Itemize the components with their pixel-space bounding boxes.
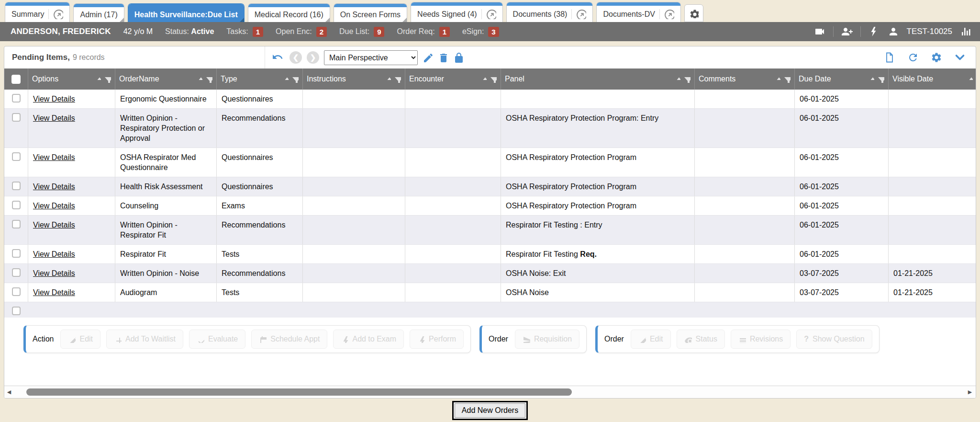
counter-open-enc[interactable]: Open Enc:2 bbox=[276, 27, 327, 37]
view-details-link[interactable]: View Details bbox=[33, 182, 75, 191]
view-details-link[interactable]: View Details bbox=[33, 288, 75, 297]
sort-icon[interactable] bbox=[479, 76, 487, 83]
open-in-new-icon[interactable] bbox=[481, 9, 496, 19]
refresh-icon[interactable] bbox=[907, 52, 919, 64]
scroll-right-arrow[interactable]: ▶ bbox=[965, 389, 975, 395]
select-all-checkbox[interactable] bbox=[4, 68, 28, 90]
new-document-icon[interactable] bbox=[884, 52, 896, 64]
delete-perspective-button[interactable] bbox=[438, 52, 448, 63]
prev-perspective-button[interactable]: ❮ bbox=[290, 51, 302, 64]
add-person-icon[interactable] bbox=[841, 26, 853, 37]
row-checkbox[interactable] bbox=[12, 152, 21, 161]
sort-icon[interactable] bbox=[281, 76, 289, 83]
view-details-link[interactable]: View Details bbox=[33, 202, 75, 210]
perspective-select[interactable]: Main Perspective bbox=[324, 50, 418, 65]
view-details-link[interactable]: View Details bbox=[33, 114, 75, 122]
sort-icon[interactable] bbox=[867, 76, 874, 83]
row-checkbox[interactable] bbox=[12, 182, 21, 190]
requisition-button[interactable]: Requisition bbox=[515, 330, 579, 349]
sort-icon[interactable] bbox=[966, 76, 973, 83]
add-new-orders-label[interactable]: Add New Orders bbox=[455, 403, 525, 418]
due-list-badge[interactable]: 9 bbox=[374, 27, 384, 37]
collapse-chevron-icon[interactable] bbox=[954, 52, 966, 64]
filter-icon[interactable] bbox=[877, 75, 884, 83]
counter-order-req[interactable]: Order Req:1 bbox=[397, 27, 449, 37]
col-header-panel[interactable]: Panel bbox=[501, 68, 695, 90]
open-in-new-icon[interactable] bbox=[571, 9, 586, 19]
row-checkbox[interactable] bbox=[12, 220, 21, 228]
tab-health-surveillance-due-list[interactable]: Health Surveillance:Due List bbox=[128, 3, 245, 22]
row-checkbox[interactable] bbox=[12, 201, 21, 209]
view-details-link[interactable]: View Details bbox=[33, 153, 75, 161]
open-enc-badge[interactable]: 2 bbox=[316, 27, 327, 37]
filter-icon[interactable] bbox=[393, 75, 401, 83]
row-checkbox[interactable] bbox=[12, 287, 21, 296]
sort-icon[interactable] bbox=[94, 76, 101, 83]
revisions-button[interactable]: Revisions bbox=[731, 330, 791, 349]
open-in-new-icon[interactable] bbox=[48, 9, 63, 19]
filter-icon[interactable] bbox=[489, 75, 497, 83]
tab-settings-button[interactable] bbox=[684, 4, 703, 22]
filter-icon[interactable] bbox=[205, 75, 212, 83]
counter-esign[interactable]: eSign:3 bbox=[462, 27, 499, 37]
add-to-exam-button[interactable]: Add to Exam bbox=[333, 330, 404, 349]
schedule-appt-button[interactable]: Schedule Appt bbox=[251, 330, 327, 349]
status-button[interactable]: Status bbox=[677, 330, 725, 349]
person-icon[interactable] bbox=[888, 26, 899, 37]
col-header-visible-date[interactable]: Visible Date bbox=[889, 68, 976, 90]
row-checkbox[interactable] bbox=[12, 94, 21, 103]
filter-icon[interactable] bbox=[103, 75, 111, 83]
reset-button[interactable] bbox=[272, 51, 285, 64]
col-header-due-date[interactable]: Due Date bbox=[795, 68, 889, 90]
show-question-button[interactable]: ?Show Question bbox=[796, 330, 872, 349]
tab-medical-record[interactable]: Medical Record (16) bbox=[248, 3, 330, 22]
col-header-comments[interactable]: Comments bbox=[695, 68, 795, 90]
row-checkbox[interactable] bbox=[12, 113, 21, 122]
bar-chart-icon[interactable] bbox=[960, 26, 971, 37]
video-camera-icon[interactable] bbox=[814, 26, 825, 37]
next-perspective-button[interactable]: ❯ bbox=[307, 51, 319, 64]
tab-admin[interactable]: Admin (17) bbox=[73, 3, 124, 22]
tab-documents-dv[interactable]: Documents-DV bbox=[596, 2, 680, 22]
add-to-waitlist-button[interactable]: Add To Waitlist bbox=[106, 330, 183, 349]
view-details-link[interactable]: View Details bbox=[33, 269, 75, 277]
filter-icon[interactable] bbox=[683, 75, 690, 83]
row-checkbox[interactable] bbox=[12, 268, 21, 277]
sort-icon[interactable] bbox=[195, 76, 202, 83]
view-details-link[interactable]: View Details bbox=[33, 250, 75, 258]
scrollbar-thumb[interactable] bbox=[26, 388, 572, 396]
counter-due-list[interactable]: Due List:9 bbox=[339, 27, 384, 37]
order-edit-button[interactable]: Edit bbox=[631, 330, 671, 349]
view-details-link[interactable]: View Details bbox=[33, 221, 75, 229]
tab-summary[interactable]: Summary bbox=[5, 2, 70, 22]
col-header-type[interactable]: Type bbox=[217, 68, 303, 90]
sort-icon[interactable] bbox=[773, 76, 780, 83]
settings-gear-icon[interactable] bbox=[931, 52, 943, 64]
lightning-icon[interactable] bbox=[869, 26, 880, 37]
tab-documents[interactable]: Documents (38) bbox=[506, 2, 593, 22]
add-new-orders-button[interactable]: Add New Orders bbox=[452, 401, 528, 420]
order-req-badge[interactable]: 1 bbox=[439, 27, 450, 37]
col-header-options[interactable]: Options bbox=[28, 68, 115, 90]
tab-needs-signed[interactable]: Needs Signed (4) bbox=[411, 2, 503, 22]
perform-button[interactable]: Perform bbox=[410, 330, 464, 349]
evaluate-button[interactable]: Evaluate bbox=[189, 330, 245, 349]
open-in-new-icon[interactable] bbox=[659, 9, 674, 19]
col-header-instructions[interactable]: Instructions bbox=[303, 68, 405, 90]
horizontal-scrollbar[interactable]: ◀ ▶ bbox=[4, 386, 976, 398]
sort-icon[interactable] bbox=[673, 76, 680, 83]
view-details-link[interactable]: View Details bbox=[33, 95, 75, 103]
tasks-badge[interactable]: 1 bbox=[253, 27, 263, 37]
filter-icon[interactable] bbox=[975, 75, 976, 83]
filter-icon[interactable] bbox=[291, 75, 299, 83]
col-header-ordername[interactable]: OrderName bbox=[115, 68, 217, 90]
row-checkbox[interactable] bbox=[12, 249, 21, 258]
edit-perspective-button[interactable] bbox=[423, 52, 433, 63]
counter-tasks[interactable]: Tasks:1 bbox=[226, 27, 263, 37]
lock-perspective-button[interactable] bbox=[453, 52, 464, 63]
esign-badge[interactable]: 3 bbox=[488, 27, 499, 37]
row-checkbox[interactable] bbox=[12, 307, 21, 315]
tab-on-screen-forms[interactable]: On Screen Forms bbox=[334, 3, 407, 22]
sort-icon[interactable] bbox=[384, 76, 391, 83]
scroll-left-arrow[interactable]: ◀ bbox=[4, 389, 14, 395]
